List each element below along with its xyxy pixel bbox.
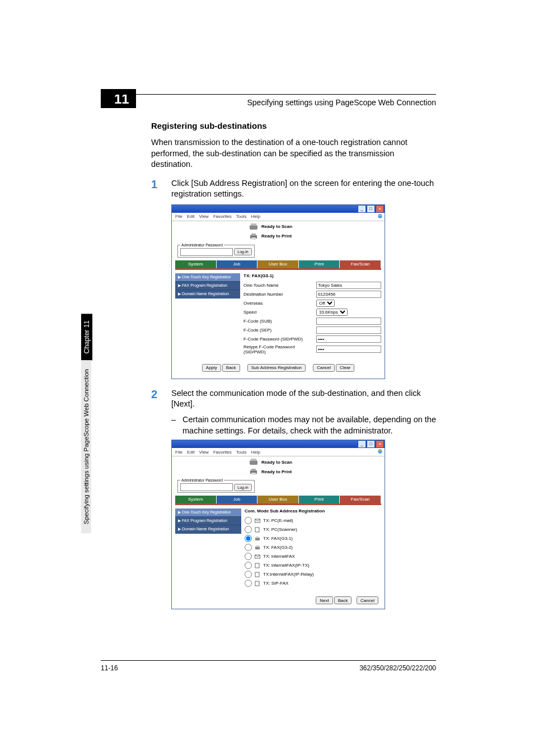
tab-bar: System Job User Box Print Fax/Scan: [175, 496, 381, 503]
menu-file[interactable]: File: [175, 450, 182, 455]
tab-faxscan[interactable]: Fax/Scan: [340, 496, 381, 503]
status-area: Ready to Scan Ready to Print: [172, 456, 385, 477]
option-label: TX:InternetFAX(IP-Relay): [263, 572, 314, 577]
radio-input[interactable]: [245, 580, 252, 587]
menubar: File Edit View Favorites Tools Help: [172, 448, 385, 456]
status-print-label: Ready to Print: [261, 469, 292, 474]
running-header: Specifying settings using PageScope Web …: [247, 98, 436, 107]
svg-rect-11: [251, 473, 256, 475]
menu-help[interactable]: Help: [251, 450, 260, 455]
admin-password-fieldset: Administrator Password Log-in: [177, 243, 255, 258]
window-body: ▶ One-Touch Key Registration ▶ FAX Progr…: [172, 270, 385, 360]
radio-input[interactable]: [245, 535, 252, 542]
tab-system[interactable]: System: [175, 260, 217, 268]
comm-mode-option[interactable]: TX: PC(Scanner): [245, 526, 381, 533]
radio-input[interactable]: [245, 562, 252, 569]
maximize-button[interactable]: □: [367, 440, 375, 448]
fcode-password-retype-input[interactable]: [316, 346, 381, 353]
comm-mode-option[interactable]: TX: InternetFAX: [245, 553, 381, 560]
menu-edit[interactable]: Edit: [187, 450, 195, 455]
fcode-password-input[interactable]: [316, 335, 381, 343]
onetouch-name-input[interactable]: [316, 282, 381, 289]
sidebar-item-onetouch[interactable]: ▶ One-Touch Key Registration: [175, 273, 240, 282]
option-label: TX: FAX(G3-1): [263, 536, 293, 541]
next-button[interactable]: Next: [316, 596, 332, 604]
overseas-select[interactable]: Off: [316, 300, 335, 307]
sidebar-item-faxprogram[interactable]: ▶ FAX Program Registration: [175, 282, 240, 290]
chapter-number-badge: 11: [101, 89, 136, 108]
admin-legend: Administrator Password: [180, 478, 224, 482]
destination-number-input[interactable]: [316, 291, 381, 298]
comm-mode-option[interactable]: TX: InternetFAX(IP-TX): [245, 562, 381, 569]
cancel-button[interactable]: Cancel: [313, 364, 335, 372]
status-area: Ready to Scan Ready to Print: [172, 221, 385, 242]
login-button[interactable]: Log-in: [234, 484, 251, 491]
sub-bullet: – Certain communication modes may not be…: [171, 414, 436, 436]
fcode-sep-input[interactable]: [316, 326, 381, 334]
field-label: Speed: [243, 310, 316, 315]
sidebar-item-label: Domain Name Registration: [182, 292, 229, 296]
svg-rect-7: [250, 460, 257, 465]
apply-button[interactable]: Apply: [202, 364, 221, 372]
minimize-button[interactable]: _: [358, 440, 366, 448]
admin-password-input[interactable]: [180, 248, 233, 256]
cancel-button[interactable]: Cancel: [357, 596, 378, 604]
tab-job[interactable]: Job: [217, 260, 258, 268]
form-heading: TX: FAX(G3-1): [243, 273, 381, 278]
menu-favorites[interactable]: Favorites: [213, 214, 232, 219]
menubar: File Edit View Favorites Tools Help: [172, 213, 385, 221]
maximize-button[interactable]: □: [367, 205, 375, 213]
svg-rect-5: [251, 237, 256, 240]
comm-mode-option[interactable]: TX: FAX(G3-2): [245, 544, 381, 551]
tab-job[interactable]: Job: [217, 496, 258, 503]
scanner-icon: [249, 223, 258, 231]
back-button[interactable]: Back: [222, 364, 240, 372]
menu-edit[interactable]: Edit: [187, 214, 195, 219]
screenshot-1: _ □ × File Edit View Favorites Tools Hel…: [171, 204, 436, 379]
radio-input[interactable]: [245, 553, 252, 560]
menu-view[interactable]: View: [199, 450, 209, 455]
menu-tools[interactable]: Tools: [236, 450, 247, 455]
menu-help[interactable]: Help: [251, 214, 260, 219]
tab-faxscan[interactable]: Fax/Scan: [340, 260, 381, 268]
sidebar-item-onetouch[interactable]: ▶ One-Touch Key Registration: [175, 508, 241, 517]
fcode-sub-input[interactable]: [316, 318, 381, 325]
comm-mode-option[interactable]: TX: SIP-FAX: [245, 580, 381, 587]
tab-userbox[interactable]: User Box: [257, 260, 299, 268]
comm-mode-option[interactable]: TX: PC(E-mail): [245, 517, 381, 524]
radio-input[interactable]: [245, 571, 252, 578]
header-rule: [101, 94, 436, 95]
radio-input[interactable]: [245, 517, 252, 524]
status-print: Ready to Print: [246, 468, 296, 477]
sidebar-item-domainname[interactable]: ▶ Domain Name Registration: [175, 290, 240, 298]
tab-print[interactable]: Print: [299, 496, 340, 503]
sub-address-registration-button[interactable]: Sub Address Registration: [247, 364, 306, 372]
minimize-button[interactable]: _: [358, 205, 366, 213]
login-button[interactable]: Log-in: [234, 248, 251, 255]
menu-tools[interactable]: Tools: [236, 214, 247, 219]
menu-view[interactable]: View: [199, 214, 209, 219]
tab-system[interactable]: System: [175, 496, 217, 503]
speed-select[interactable]: 33.6Kbps: [316, 309, 348, 316]
close-button[interactable]: ×: [376, 440, 384, 448]
comm-mode-option[interactable]: TX:InternetFAX(IP-Relay): [245, 571, 381, 578]
comm-mode-option[interactable]: TX: FAX(G3-1): [245, 535, 381, 542]
menu-favorites[interactable]: Favorites: [213, 450, 232, 455]
clear-button[interactable]: Clear: [336, 364, 354, 372]
admin-password-input[interactable]: [180, 483, 233, 491]
close-button[interactable]: ×: [376, 205, 384, 213]
menu-file[interactable]: File: [175, 214, 182, 219]
radio-input[interactable]: [245, 526, 252, 533]
printer-icon: [249, 468, 258, 475]
tab-print[interactable]: Print: [299, 260, 340, 268]
row-fcode-pwd2: Retype F-Code Password (SID/PWD): [243, 344, 381, 354]
step-text: Select the communication mode of the sub…: [171, 388, 436, 410]
sidebar-item-domainname[interactable]: ▶ Domain Name Registration: [175, 525, 241, 534]
svg-rect-4: [251, 234, 256, 236]
back-button[interactable]: Back: [334, 596, 352, 604]
row-speed: Speed33.6Kbps: [243, 309, 381, 316]
tab-userbox[interactable]: User Box: [257, 496, 299, 503]
status-scan-label: Ready to Scan: [261, 460, 292, 465]
radio-input[interactable]: [245, 544, 252, 551]
sidebar-item-faxprogram[interactable]: ▶ FAX Program Registration: [175, 517, 241, 525]
